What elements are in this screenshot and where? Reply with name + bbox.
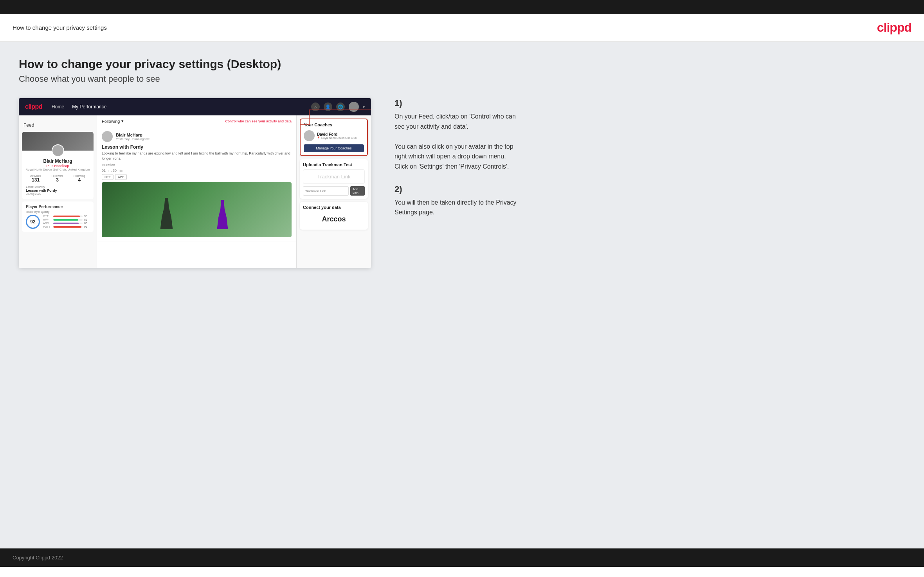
user-icon[interactable]: 👤	[324, 102, 332, 111]
trackman-input[interactable]	[303, 186, 349, 196]
post-title: Lesson with Fordy	[102, 144, 292, 150]
following-label: Following	[102, 119, 120, 124]
coaches-title: Your Coaches	[304, 122, 364, 127]
golfer-silhouette-1	[159, 198, 175, 229]
followers-value: 3	[52, 177, 63, 183]
golfer-silhouette-2	[216, 200, 229, 229]
instructions-panel: 1) On your Feed, click/tap on 'Control w…	[387, 98, 520, 230]
instruction-1: 1) On your Feed, click/tap on 'Control w…	[394, 98, 520, 172]
app-logo: clippd	[25, 103, 42, 110]
avatar-chevron[interactable]: ▾	[363, 105, 365, 109]
coaches-card: Your Coaches David Ford 📍 Royal North De…	[300, 119, 368, 156]
ott-fill	[53, 216, 80, 217]
nav-link-home[interactable]: Home	[52, 104, 64, 110]
following-label: Following	[74, 174, 85, 177]
post-image	[102, 182, 292, 237]
left-panel: Feed Blair McHarg Plus Handicap Royal No…	[19, 115, 97, 268]
site-footer: Copyright Clippd 2022	[0, 548, 924, 567]
manage-coaches-button[interactable]: Manage Your Coaches	[304, 144, 364, 152]
trackman-title: Upload a Trackman Test	[303, 162, 365, 167]
coach-info: David Ford 📍 Royal North Devon Golf Club	[317, 132, 357, 140]
ott-label: OTT	[43, 215, 52, 217]
post-header: Blair McHarg Yesterday · Sunningdale	[102, 131, 292, 142]
instruction-2: 2) You will then be taken directly to th…	[394, 184, 520, 217]
instruction-2-text: You will then be taken directly to the P…	[394, 198, 520, 217]
activities-stat: Activities 131	[30, 174, 41, 183]
post-card: Blair McHarg Yesterday · Sunningdale Les…	[97, 127, 296, 241]
instruction-1-number: 1)	[394, 98, 520, 108]
putt-label: PUTT	[43, 225, 52, 228]
profile-card: Blair McHarg Plus Handicap Royal North D…	[22, 132, 94, 199]
site-header: How to change your privacy settings clip…	[0, 14, 924, 42]
app-label: APP	[43, 218, 52, 221]
clippd-logo: clippd	[877, 20, 911, 35]
arg-track	[53, 223, 83, 224]
add-link-button[interactable]: Add Link	[350, 186, 365, 196]
post-body: Looking to feel like my hands are exitin…	[102, 151, 292, 161]
post-avatar	[102, 131, 113, 142]
post-duration-value: 01 hr : 30 min	[102, 169, 292, 173]
location-icon: 📍	[317, 137, 321, 139]
copyright-text: Copyright Clippd 2022	[13, 555, 63, 561]
ott-track	[53, 216, 83, 217]
app-track	[53, 219, 83, 221]
player-performance: Player Performance Total Player Quality …	[22, 201, 94, 232]
arg-fill	[53, 223, 79, 224]
page-title: How to change your privacy settings	[13, 24, 107, 31]
following-value: 4	[74, 177, 85, 183]
profile-name: Blair McHarg	[22, 158, 94, 164]
feed-label: Feed	[19, 120, 97, 130]
profile-banner	[22, 132, 94, 151]
latest-activity: Latest Activity Lesson with Fordy 03 Aug…	[22, 183, 94, 195]
chevron-down-icon: ▾	[121, 119, 124, 124]
arg-num: 86	[84, 222, 90, 225]
following-button[interactable]: Following ▾	[102, 119, 124, 124]
article-title: How to change your privacy settings (Des…	[19, 58, 905, 71]
coaches-section: Your Coaches David Ford 📍 Royal North De…	[300, 119, 368, 156]
nav-link-performance[interactable]: My Performance	[72, 104, 106, 110]
app-body: Feed Blair McHarg Plus Handicap Royal No…	[19, 115, 371, 268]
app-screenshot: clippd Home My Performance ⌕ 👤 🌐 ▾ Feed	[19, 98, 371, 268]
app-nav-links: Home My Performance	[52, 104, 302, 110]
quality-score: 92	[26, 215, 40, 229]
middle-panel: Following ▾ Control who can see your act…	[97, 115, 297, 268]
app-nav-icons: ⌕ 👤 🌐 ▾	[311, 102, 365, 112]
profile-club: Royal North Devon Golf Club, United King…	[22, 168, 94, 171]
coach-item: David Ford 📍 Royal North Devon Golf Club	[304, 130, 364, 141]
connect-card: Connect your data Arccos	[300, 202, 368, 230]
perf-title: Player Performance	[26, 205, 90, 209]
search-icon[interactable]: ⌕	[311, 102, 320, 111]
latest-activity-date: 03 Aug 2022	[26, 192, 90, 195]
globe-icon[interactable]: 🌐	[336, 102, 345, 111]
instruction-2-number: 2)	[394, 184, 520, 194]
coach-club: 📍 Royal North Devon Golf Club	[317, 137, 357, 140]
latest-activity-name: Lesson with Fordy	[26, 189, 90, 192]
profile-handicap: Plus Handicap	[22, 164, 94, 168]
post-author-name: Blair McHarg	[116, 133, 149, 137]
activities-value: 131	[30, 177, 41, 183]
tag-ott: OTT	[102, 174, 113, 180]
putt-bar-row: PUTT 96	[43, 225, 90, 228]
content-layout: clippd Home My Performance ⌕ 👤 🌐 ▾ Feed	[19, 98, 905, 268]
arg-label: ARG	[43, 222, 52, 225]
right-panel: Your Coaches David Ford 📍 Royal North De…	[297, 115, 371, 268]
article-subtitle: Choose what you want people to see	[19, 74, 905, 84]
latest-label: Latest Activity	[26, 185, 90, 189]
control-privacy-link[interactable]: Control who can see your activity and da…	[225, 119, 292, 123]
trackman-card: Upload a Trackman Test Trackman Link Add…	[300, 159, 368, 199]
main-content: How to change your privacy settings (Des…	[0, 42, 924, 548]
putt-track	[53, 226, 83, 228]
arg-bar-row: ARG 86	[43, 222, 90, 225]
user-avatar[interactable]	[349, 102, 359, 112]
followers-label: Followers	[52, 174, 63, 177]
coach-name: David Ford	[317, 132, 357, 137]
app-nav: clippd Home My Performance ⌕ 👤 🌐 ▾	[19, 98, 371, 115]
ott-bar-row: OTT 90	[43, 215, 90, 217]
trackman-link-placeholder: Trackman Link	[303, 169, 365, 184]
post-duration: Duration	[102, 163, 292, 167]
post-author-info: Blair McHarg Yesterday · Sunningdale	[116, 133, 149, 141]
app-bar-row: APP 85	[43, 218, 90, 221]
post-date-location: Yesterday · Sunningdale	[116, 137, 149, 141]
quality-label: Total Player Quality	[26, 210, 90, 213]
instruction-1-text: On your Feed, click/tap on 'Control who …	[394, 111, 520, 172]
